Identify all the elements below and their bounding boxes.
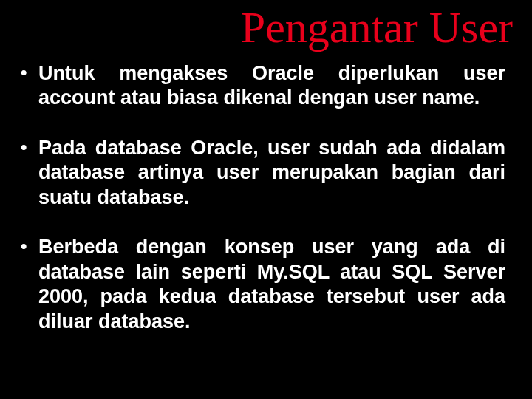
slide-title: Pengantar User (18, 4, 514, 51)
slide: Pengantar User Untuk mengakses Oracle di… (0, 0, 532, 399)
bullet-list: Untuk mengakses Oracle diperlukan user a… (18, 61, 514, 334)
list-item: Berbeda dengan konsep user yang ada di d… (38, 235, 505, 334)
list-item: Pada database Oracle, user sudah ada did… (38, 136, 505, 210)
list-item: Untuk mengakses Oracle diperlukan user a… (38, 61, 505, 111)
